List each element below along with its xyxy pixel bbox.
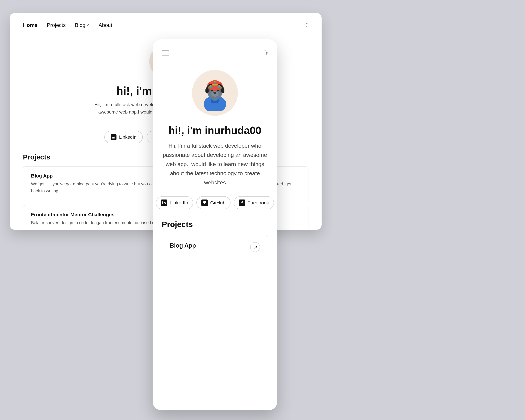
desktop-nav: Home Projects Blog ↗ About ☽ — [10, 13, 322, 35]
dark-mode-toggle[interactable]: ☽ — [303, 22, 309, 28]
mobile-linkedin-icon — [161, 199, 167, 206]
hamburger-line-3 — [162, 55, 169, 56]
svg-point-39 — [162, 201, 163, 202]
hamburger-line-1 — [162, 51, 169, 51]
svg-rect-37 — [221, 88, 225, 93]
mobile-project-card-blogapp[interactable]: Blog App ↗ — [162, 235, 268, 259]
mobile-hero: hi!, i'm inurhuda00 Hii, I'm a fullstack… — [153, 63, 277, 274]
mobile-facebook-icon — [239, 199, 245, 206]
mobile-linkedin-button[interactable]: LinkedIn — [156, 196, 193, 209]
external-link-icon: ↗ — [86, 23, 89, 27]
svg-point-19 — [112, 136, 113, 136]
hamburger-line-2 — [162, 53, 169, 53]
mobile-projects-heading: Projects — [162, 220, 268, 229]
linkedin-button[interactable]: LinkedIn — [104, 131, 143, 143]
mobile-project-name: Blog App — [170, 242, 247, 249]
mobile-hero-description: Hii, I'm a fullstack web developer who p… — [162, 141, 268, 187]
nav-blog[interactable]: Blog ↗ — [75, 22, 89, 28]
svg-rect-36 — [206, 88, 208, 93]
mobile-project-content: Blog App — [170, 242, 247, 249]
mobile-window: ☽ — [153, 39, 277, 410]
nav-home[interactable]: Home — [23, 22, 38, 28]
mobile-facebook-button[interactable]: Facebook — [234, 196, 274, 209]
mobile-avatar-illustration — [197, 75, 233, 111]
mobile-github-icon — [201, 199, 208, 206]
nav-links: Home Projects Blog ↗ About — [23, 22, 112, 28]
mobile-projects-section: Projects Blog App ↗ — [162, 220, 268, 264]
mobile-avatar — [192, 70, 238, 116]
mobile-dark-mode-toggle[interactable]: ☽ — [262, 49, 268, 57]
svg-point-35 — [214, 82, 216, 83]
mobile-hero-title: hi!, i'm inurhuda00 — [169, 124, 261, 137]
nav-about[interactable]: About — [99, 22, 112, 28]
project-arrow-button[interactable]: ↗ — [250, 242, 260, 252]
linkedin-icon — [111, 134, 116, 140]
mobile-github-button[interactable]: GitHub — [196, 196, 230, 209]
svg-point-24 — [213, 92, 216, 94]
mobile-social-buttons: LinkedIn GitHub Facebook — [162, 196, 268, 209]
mobile-nav: ☽ — [153, 39, 277, 63]
nav-projects[interactable]: Projects — [47, 22, 66, 28]
hamburger-menu[interactable] — [162, 51, 169, 56]
